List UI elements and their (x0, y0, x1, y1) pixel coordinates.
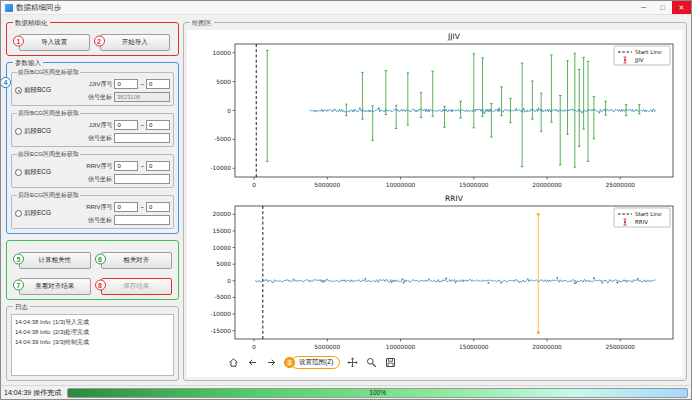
coord-input[interactable]: 3823106 (114, 92, 170, 102)
coord-input[interactable] (114, 174, 170, 184)
seq-from-input[interactable]: 0 (114, 161, 138, 171)
import-group-title: 数据精细化 (13, 18, 50, 27)
svg-text:20000000: 20000000 (532, 344, 562, 350)
svg-text:0: 0 (252, 344, 256, 350)
plot-panel: 绘图区 JJIV05000000100000001500000020000000… (183, 22, 687, 381)
radio-label: 后段ECG (24, 209, 51, 218)
tilde-separator: ~ (140, 163, 144, 169)
home-icon[interactable] (227, 356, 240, 369)
radio-label: 前段BCG (24, 86, 51, 95)
svg-text:5000: 5000 (216, 261, 231, 267)
radio-circle-icon (15, 87, 22, 94)
log-line: 14:04:38 Info: [1/3]导入完成 (15, 317, 170, 327)
tilde-separator: ~ (140, 204, 144, 210)
radio-circle-icon (15, 169, 22, 176)
svg-text:5000000: 5000000 (314, 344, 340, 350)
minimize-button[interactable]: ─ (634, 1, 653, 14)
section-front-ecg: 前段ECG区间坐标获取 前段ECG RRIV序号 0 ~ 0 (11, 154, 174, 188)
seq-from-input[interactable]: 0 (114, 202, 138, 212)
maximize-button[interactable]: □ (653, 1, 672, 14)
view-align-result-button[interactable]: 查看对齐结果 (19, 278, 91, 295)
svg-text:15000000: 15000000 (459, 344, 489, 350)
svg-text:0: 0 (252, 182, 256, 188)
seq-label: JJIV序号 (89, 121, 113, 130)
svg-text:20000: 20000 (213, 211, 232, 217)
seq-from-input[interactable]: 0 (114, 120, 138, 130)
set-range-button[interactable]: 设置范围(Z) (291, 356, 340, 369)
radio-label: 后段BCG (24, 127, 51, 136)
seq-label: JJIV序号 (89, 80, 113, 89)
seq-label: RRIV序号 (86, 162, 112, 171)
rriv-chart[interactable]: RRIV050000001000000015000000200000002500… (189, 192, 681, 352)
radio-label: 前段ECG (24, 168, 51, 177)
svg-text:-5000: -5000 (214, 136, 231, 142)
progress-bar: 100% (67, 388, 688, 398)
seq-from-input[interactable]: 0 (114, 79, 138, 89)
align-correlation-button[interactable]: 相关对齐 (101, 252, 173, 269)
statusbar: 14:04:39 操作完成 100% (1, 385, 691, 399)
start-import-button[interactable]: 开始导入 (100, 34, 171, 51)
svg-text:JJIV: JJIV (634, 57, 644, 64)
tilde-separator: ~ (140, 81, 144, 87)
annotation-badge-3: 3 (284, 357, 295, 368)
main-content: 数据精细化 1 导入设置 2 开始导入 参数输入 4 前段BCG (1, 15, 691, 385)
log-line: 14:04:39 Info: [3/3]绘制完成 (15, 337, 170, 347)
section-rear-bcg: 后段BCG区间坐标获取 后段BCG JJIV序号 0 ~ 0 (11, 113, 174, 147)
log-group-title: 日志 (13, 302, 30, 311)
figure-area: JJIV050000001000000015000000200000002500… (187, 30, 683, 377)
plot-panel-title: 绘图区 (190, 18, 214, 27)
radio-rear-ecg[interactable]: 后段ECG (15, 209, 51, 218)
annotation-badge-1: 1 (13, 35, 24, 46)
annotation-badge-5: 5 (13, 253, 24, 264)
seq-to-input[interactable]: 0 (146, 161, 170, 171)
svg-text:-10000: -10000 (210, 311, 231, 317)
radio-front-ecg[interactable]: 前段ECG (15, 168, 51, 177)
app-window: 数据精细同步 ─ □ ✕ 数据精细化 1 导入设置 2 开始导入 (0, 0, 692, 400)
import-group: 数据精细化 1 导入设置 2 开始导入 (6, 22, 179, 56)
progress-value: 100% (68, 389, 687, 397)
coord-input[interactable] (114, 133, 170, 143)
seq-to-input[interactable]: 0 (146, 120, 170, 130)
params-group: 参数输入 4 前段BCG区间坐标获取 前段BCG JJIV序号 0 (6, 62, 179, 234)
annotation-badge-6: 6 (95, 253, 106, 264)
params-group-title: 参数输入 (13, 58, 43, 67)
annotation-badge-4: 4 (0, 77, 11, 88)
jjiv-chart[interactable]: JJIV050000001000000015000000200000002500… (189, 30, 681, 190)
radio-circle-icon (15, 128, 22, 135)
section-front-bcg: 前段BCG区间坐标获取 前段BCG JJIV序号 0 ~ 0 (11, 72, 174, 106)
seq-to-input[interactable]: 0 (146, 79, 170, 89)
svg-text:5000: 5000 (216, 79, 231, 85)
svg-text:RRIV: RRIV (445, 194, 464, 203)
pan-icon[interactable] (346, 356, 359, 369)
radio-rear-bcg[interactable]: 后段BCG (15, 127, 51, 136)
svg-text:0: 0 (227, 108, 231, 114)
section-title: 后段BCG区间坐标获取 (17, 109, 80, 118)
svg-text:25000000: 25000000 (606, 182, 636, 188)
annotation-badge-8: 8 (95, 279, 106, 290)
back-icon[interactable] (246, 356, 259, 369)
svg-text:15000000: 15000000 (459, 182, 489, 188)
window-title: 数据精细同步 (16, 3, 61, 13)
coord-label: 信号坐标 (88, 216, 112, 225)
calc-correlation-button[interactable]: 计算相关性 (19, 252, 91, 269)
zoom-icon[interactable] (365, 356, 378, 369)
svg-text:-10000: -10000 (210, 165, 231, 171)
radio-circle-icon (15, 210, 22, 217)
close-button[interactable]: ✕ (672, 1, 691, 14)
section-rear-ecg: 后段ECG区间坐标获取 后段ECG RRIV序号 0 ~ 0 (11, 195, 174, 229)
coord-input[interactable] (114, 215, 170, 225)
svg-text:0: 0 (227, 278, 231, 284)
radio-front-bcg[interactable]: 前段BCG (15, 86, 51, 95)
section-title: 前段ECG区间坐标获取 (17, 150, 80, 159)
save-icon[interactable] (384, 356, 397, 369)
window-controls: ─ □ ✕ (634, 1, 691, 14)
log-list[interactable]: 14:04:38 Info: [1/3]导入完成 14:04:38 Info: … (11, 314, 174, 376)
svg-text:Start Line: Start Line (635, 49, 662, 55)
forward-icon[interactable] (265, 356, 278, 369)
save-result-button[interactable]: 保存结果 (101, 278, 173, 295)
svg-text:25000000: 25000000 (606, 344, 636, 350)
svg-text:Start Line: Start Line (635, 211, 662, 217)
log-line: 14:04:38 Info: [2/3]处理完成 (15, 327, 170, 337)
seq-to-input[interactable]: 0 (146, 202, 170, 212)
import-settings-button[interactable]: 导入设置 (19, 34, 90, 51)
